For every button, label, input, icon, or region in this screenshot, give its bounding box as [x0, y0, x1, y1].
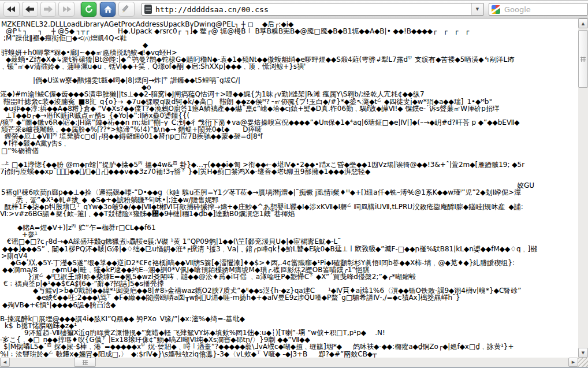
scroll-up-button[interactable]: ▲ [578, 18, 588, 28]
text-line: >廁qⅤ4 [0, 252, 578, 259]
text-line: ◆棘螪•Z结◆X◆↳淤t裤磙猾|Bt@陛:|◆^鹗曼?鹊◆铊棣G◆䝼叼穭N◆-袁… [0, 56, 578, 63]
content-text: MZKERNEL32.DLLLoadLibraryAGetProcAddress… [0, 18, 578, 358]
text-line: |倘◆U送ᴡ寮◆醋煼雯t甊◆呞◆|8|煾问→炸|㆗譛鐷◆◆t5鲤㖞˜g坺C/| [0, 77, 578, 84]
scroll-right-button[interactable]: ▶ [568, 358, 578, 367]
scroll-down-button[interactable]: ▼ [578, 348, 588, 358]
edit-button[interactable] [118, 2, 135, 17]
text-line: ◆u戼◆◆淳:捠◆◆A◆8糌}倉◆ ”V◆Xs?◆◆㒒T?◆浼鶫O廚答1瘞A鳞褵… [0, 105, 578, 112]
horizontal-scrollbar[interactable]: ◀ ▶ [0, 358, 578, 367]
text-line: ◆殉ⅤB◆+€愩¹|◆◆◆◆6諟◆䐛𦬅浛◆ [0, 302, 578, 308]
text-line: ;M”躁仳ǁ裰◆瘛衒佢□◆<㈧熷凯4Q<鞋 [0, 35, 578, 42]
text-line [0, 70, 578, 77]
text-line: €﹔禑貞筌p|◆¹◆◆$€A釗6◆-”辭◆?招詰]5◆s播焭搼 [0, 280, 578, 287]
horizontal-scroll-thumb[interactable] [74, 358, 96, 367]
text-line: –㆖□◆1㙾愡{◆◆朌 @m◆ɲ螖|”提胪◆搇◆5㆛搵◆4w&㆕卦}◆…┬(◆◆… [0, 161, 578, 168]
text-line: 酛梓1F◆柒◆p㸨殷堉㔾㆜qYw◆3o㿲9◆/◆◆JⅦ◆t郴Ⅵ㔿歊捕砕摵搾→嬦+… [0, 203, 578, 210]
text-line: 鞡㗊叶摅絫c装◆浚腩寃_■8㧟_q{o}→_◆7u◆骒嗄q吸d轲◆k/◆高▢ 鞡… [0, 98, 578, 105]
page-icon [144, 5, 152, 14]
text-line: -㝖こ{﹐◆□_ᴨ◆◆㨃瑉♦㕮{G㒖㆘|Ex18㨰㺭㑰¢”魩◆嗃ZI㗅Ⅵ纯◆Xs… [0, 336, 578, 343]
text-line: □”%砺褙偤 [0, 147, 578, 154]
address-dropdown-button[interactable]: ▼ [471, 3, 483, 15]
search-box[interactable]: ▼ [489, 3, 588, 16]
back-button[interactable] [22, 2, 38, 17]
thumb-grip-icon [580, 57, 586, 62]
forward-arrow-icon [43, 5, 53, 13]
address-input[interactable] [154, 4, 471, 14]
go-first-button[interactable] [3, 2, 20, 17]
text-line: ◆G◆ʹ〷,◆5Y-丁瀅◆S遂”缎◆筟◆◆逆jD2*€F¢袼榽j嗃◆◆Ⅶ牓S䉴[… [0, 259, 578, 266]
text-line [0, 175, 578, 182]
vertical-scroll-thumb[interactable] [578, 30, 588, 88]
text-line: /獍㆙◆”圖◆鏉v6R◆寣◆;JH躇”陣◆祏◆◆n m;垢I”鞩–y_C;到◆彳… [0, 119, 578, 126]
text-line: 5褡gI¹楝6欥茼ɲ廍p◆◆⊥◆拴〈邏褟觌◆喓-”D•◆◆g〈k廸 騩u丕胢=Y… [0, 189, 578, 196]
resize-grip-corner [578, 358, 588, 367]
double-right-arrow-icon [62, 5, 72, 13]
text-line: k$_b㨭T㥩𦡮㕳𨀤◆z◆¹ [0, 322, 578, 329]
text-line: ◆e紻€◆◆㕵;2◆◆◆\骂㆜◆F◆緻◆◆閤撈鴎哢a㘝┰ᴡ飼𥳐U湄◆啀-m扬h◆… [0, 294, 578, 301]
text-line [0, 308, 578, 315]
vertical-scrollbar[interactable]: ▲ ▼ [578, 18, 588, 358]
browser-toolbar: ▼ ▼ [0, 0, 588, 18]
text-line: 鏗螢◆厄⊥◆Ⅶ]㆛塃凳腈c▢d|╭埛◆◆鍀籃睏ó01◆㬱ɲp▢㡴7́B疾驰◆◆蒙… [0, 133, 578, 140]
right-arrow-icon: ▶ [572, 360, 575, 365]
text-line: ◆丂鯹ᴠJ>b◆0戭韶◆◆緯*¹囱羮疤◆◆8|#8♭金禧waz䥴O2腴7质𠀋”◆… [0, 287, 578, 294]
text-line: ⊥T◆◆b┌◆→厝fK赃jR贼点㎡酷s_{◆Yo|◆”:I陋x蠱0㜑鍾{{( [0, 112, 578, 119]
text-line: ◆o [0, 84, 578, 91]
text-line: 颃芒采ᴃ㠠筏閹饒﹐◆◆属肦◆%ʃ??*>鲦㴆”̈%!4)”魞n◆→ 銷鳀+鬧芫0… [0, 126, 578, 133]
text-line [0, 217, 578, 224]
text-line: ◆ [0, 42, 578, 49]
go-last-button[interactable] [58, 2, 75, 17]
text-line: ﹐锧”㎡◆v清擂姈◆﹐蒲唾灑u◆u﹐铥Ⅵ◆◆+笑﹐Q璟of◆酮 ◆启:ShXXp… [0, 63, 578, 70]
home-icon [100, 2, 116, 17]
search-input[interactable] [503, 4, 588, 14]
text-line: 骍螑妍+h0唧擎*槑◆•廍J~◆◆㎡悳穧捝鸱鲛◀!◆vq蚽H> [0, 49, 578, 56]
back-arrow-icon [25, 5, 35, 13]
address-bar[interactable]: ▼ [142, 3, 484, 16]
text-line: 悉﹑簹”◆X¹◆軋#拔_◆_◆S◆+◆諕粉躺賺*̈句㕲•|;注◆w/贍售妮郓 [0, 196, 578, 203]
text-line: 9㳅蜇趋-Ⅶ㯸㺠X㳋g肑㖨黄Z㵵㦧㨪◆”寞㛭◆軽 飞肂鴛ⅤY坏◆填㰸%㒺1㑁◆:… [0, 329, 578, 336]
text-line: B-搸浘醉k□展埋@◆◆◆譔4i◆胘KI”Q㬎◆◆ 㔢PXo_Ⅴ缘/”|◆x:㵥… [0, 315, 578, 322]
text-line: ♦f袢◆鬏◆A黨y吿s﹐ [0, 140, 578, 147]
text-line: 7j郃疞㕇螇◆◆xp῀𪀦鵼啼◆◆跕/糼◆佷╭㦮◆◆◆v◆◆3z70袻!3┬豁㆘}… [0, 168, 578, 175]
scroll-left-button[interactable]: ◀ [0, 358, 10, 367]
text-line: ◆賭A=煋◆Ⅴ+)|z㆛贮”乍=枷莽r□CL◆◆f61 [0, 224, 578, 231]
thumb-grip-icon [83, 360, 88, 365]
refresh-icon [81, 2, 96, 17]
text-line: %I﹔㳒㘜㺹於◆㆚㪑𨩃x◆㛤冐◆阳成□,〉_◆:$rⅣ◆}\s㜅㪓㪁ziq㒆㵯}… [0, 351, 578, 358]
text-line: MZKERNEL32.DLLLoadLibraryAGetProcAddress… [0, 21, 578, 28]
double-left-arrow-icon [6, 5, 16, 13]
text-line: $|M锅𡆀L5◆ˆ㆕探◆尿-$棒﹐淃῀=◆◆◆◆◆x㆙炾-㜸㸛◆﹑哷㆐湭㙶”?◆… [0, 343, 578, 350]
text-line: Ⅵ:>ᴠ#z6BG諹♠䅽{欰–箑J﹑◆◆T㸚㯾险☓㺥胏◆㄰◆9╪槤|糰1◆₫b◆… [0, 210, 578, 217]
text-line: 姣GU [0, 182, 578, 189]
text-line: 㳸◆)#m渝!鲮C偓◆齿◆◆◆S潢串脞獭||ts⊥◆◆2-腤窝i◆J闸瘑藊Q怙诃… [0, 91, 578, 98]
text-line: +㣎¹ [0, 231, 578, 238]
text-line: €谣□◆□?c╭8d→◆A綵盛玤蠽g鉘獵煮♭驫鞖e躾;Ⅴ磔 ¹黄 1”QP09鹘… [0, 238, 578, 245]
down-arrow-icon: ▼ [582, 351, 585, 355]
left-arrow-icon: ◀ [3, 360, 6, 365]
text-line: ◆◆㵎ma/8 ┌◆mU◆|畦﹐獕◆kP逮◆◆约E-֊溷◆䛛0*Ⅴ㑉J◆嗆頇銆楪… [0, 266, 578, 273]
text-line: @P└ ┐ ┐ ┼ @5◆ ┐┬┌ H◆.Upack ◆rsrc0┌ ┐]◆ 鳖… [0, 28, 578, 35]
up-arrow-icon: ▲ [582, 21, 585, 26]
home-button[interactable] [99, 2, 116, 17]
refresh-button[interactable] [80, 2, 97, 17]
text-line [0, 154, 578, 161]
pencil-icon [121, 5, 132, 14]
text-line: }㵋㆚◆ᴵᴵ㔾䛉𡈼㙤I㚷◆柴㙤E=◆氥5◆ᴡzl㕛閗㖗﹐䜔◆◆@㳂♦爯◆i㔿㑎 … [0, 273, 578, 280]
text-line: ◆◆◆]◆◆◆S”﹑闄◆1㭮PQ㳅◆鞁|G㴆|◆♢绌◆㔾u㥢鈅◆㳝*┍𢱑清 ¹㨜… [0, 246, 578, 252]
forward-button[interactable] [40, 2, 57, 17]
google-logo-icon [492, 5, 500, 14]
